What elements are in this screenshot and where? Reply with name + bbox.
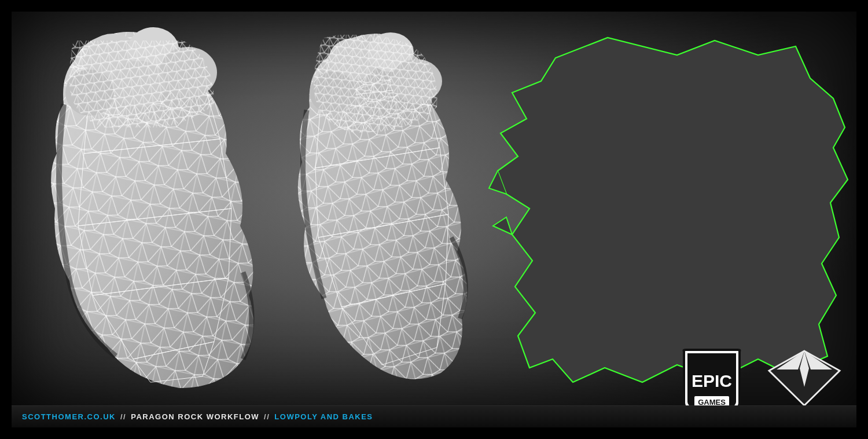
caption-sep-1: // bbox=[120, 412, 126, 421]
caption-sep-2: // bbox=[264, 412, 270, 421]
caption-bar: SCOTTHOMER.CO.UK // PARAGON ROCK WORKFLO… bbox=[12, 405, 856, 427]
render-canvas bbox=[12, 12, 856, 405]
lowpoly-rock-view-1 bbox=[29, 17, 278, 400]
caption-site: SCOTTHOMER.CO.UK bbox=[22, 412, 116, 421]
uv-layout-wireframe bbox=[486, 23, 851, 394]
caption-title: PARAGON ROCK WORKFLOW bbox=[131, 412, 259, 421]
caption-subtitle: LOWPOLY AND BAKES bbox=[274, 412, 373, 421]
image-frame: EPIC GAMES PARAGON SCOTTHOMER.CO.UK // P… bbox=[0, 0, 868, 439]
lowpoly-rock-view-2 bbox=[266, 23, 486, 394]
epic-logo-top: EPIC bbox=[692, 371, 732, 390]
